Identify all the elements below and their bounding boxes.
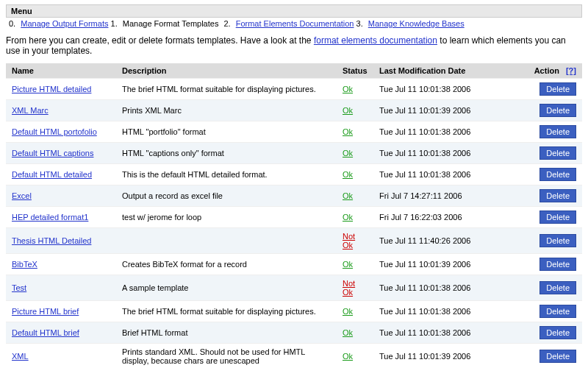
delete-button[interactable]: Delete — [539, 146, 576, 160]
modification-date: Tue Jul 11 11:40:26 2006 — [373, 228, 491, 254]
modification-date: Tue Jul 11 10:01:38 2006 — [373, 275, 491, 301]
status-link[interactable]: Not Ok — [343, 232, 355, 250]
template-name-link[interactable]: Default HTML portofolio — [12, 127, 97, 136]
th-status: Status — [337, 63, 373, 79]
delete-button[interactable]: Delete — [539, 234, 576, 247]
delete-button[interactable]: Delete — [539, 168, 576, 181]
modification-date: Fri Jul 7 14:27:11 2006 — [373, 185, 491, 207]
action-help-link[interactable]: [?] — [566, 66, 576, 75]
modification-date: Tue Jul 11 10:01:38 2006 — [373, 121, 491, 143]
table-row: Picture HTML briefThe brief HTML format … — [6, 301, 582, 322]
delete-button[interactable]: Delete — [539, 210, 576, 224]
modification-date: Tue Jul 11 10:01:38 2006 — [373, 164, 491, 185]
modification-date: Tue Jul 11 10:01:38 2006 — [373, 322, 491, 344]
modification-date: Tue Jul 11 10:01:38 2006 — [373, 79, 491, 100]
status-link[interactable]: Ok — [343, 149, 353, 158]
table-row: HEP detailed format1test w/ jerome for l… — [6, 207, 582, 228]
breadcrumb-item[interactable]: Format Elements Documentation — [236, 19, 354, 28]
status-link[interactable]: Ok — [343, 260, 353, 269]
template-name-link[interactable]: Picture HTML brief — [12, 307, 79, 316]
table-row: ExcelOutput a record as excel fileOkFri … — [6, 185, 582, 207]
templates-tbody: Picture HTML detailedThe brief HTML form… — [6, 79, 582, 369]
template-description: HTML "captions only" format — [116, 143, 337, 164]
delete-button[interactable]: Delete — [539, 258, 576, 271]
status-link[interactable]: Ok — [343, 307, 353, 316]
template-description: Brief HTML format — [116, 322, 337, 344]
menu-title: Menu — [11, 7, 32, 15]
status-link[interactable]: Ok — [343, 213, 353, 222]
template-name-link[interactable]: Test — [12, 283, 26, 292]
template-name-link[interactable]: Thesis HTML Detailed — [12, 236, 91, 245]
modification-date: Tue Jul 11 10:01:39 2006 — [373, 254, 491, 275]
template-description: The brief HTML format suitable for displ… — [116, 301, 337, 322]
table-row: Default HTML captionsHTML "captions only… — [6, 143, 582, 164]
table-row: BibTeXCreates BibTeX format for a record… — [6, 254, 582, 275]
table-row: TestA sample templateNot OkTue Jul 11 10… — [6, 275, 582, 301]
template-name-link[interactable]: HEP detailed format1 — [12, 213, 88, 222]
delete-button[interactable]: Delete — [539, 305, 576, 318]
template-description: HTML "portfolio" format — [116, 121, 337, 143]
template-description: Prints standard XML. Should not be used … — [116, 344, 337, 369]
intro-link[interactable]: format elements documentation — [314, 35, 437, 46]
status-link[interactable]: Ok — [343, 106, 353, 115]
table-row: Default HTML briefBrief HTML formatOkTue… — [6, 322, 582, 344]
template-description: Creates BibTeX format for a record — [116, 254, 337, 275]
delete-button[interactable]: Delete — [539, 104, 576, 117]
intro-text: From here you can create, edit or delete… — [6, 35, 582, 56]
template-description: This is the default HTML detailed format… — [116, 164, 337, 185]
intro-prefix: From here you can create, edit or delete… — [6, 35, 314, 46]
status-link[interactable]: Ok — [343, 352, 353, 361]
template-name-link[interactable]: Default HTML brief — [12, 328, 79, 337]
breadcrumb-item: Manage Format Templates — [123, 19, 219, 28]
breadcrumb-item[interactable]: Manage Knowledge Bases — [368, 19, 465, 28]
template-name-link[interactable]: XML Marc — [12, 106, 49, 115]
th-action: Action [?] — [491, 63, 582, 79]
modification-date: Fri Jul 7 16:22:03 2006 — [373, 207, 491, 228]
table-row: Default HTML detailedThis is the default… — [6, 164, 582, 185]
breadcrumb-item[interactable]: Manage Output Formats — [21, 19, 108, 28]
templates-table: Name Description Status Last Modificatio… — [6, 63, 582, 368]
modification-date: Tue Jul 11 10:01:39 2006 — [373, 100, 491, 121]
template-description — [116, 228, 337, 254]
template-description: A sample template — [116, 275, 337, 301]
breadcrumb: 0. Manage Output Formats 1. Manage Forma… — [9, 19, 582, 28]
delete-button[interactable]: Delete — [539, 326, 576, 339]
status-link[interactable]: Not Ok — [343, 279, 355, 297]
delete-button[interactable]: Delete — [539, 281, 576, 294]
table-row: XMLPrints standard XML. Should not be us… — [6, 344, 582, 369]
template-description: Prints XML Marc — [116, 100, 337, 121]
status-link[interactable]: Ok — [343, 191, 353, 200]
delete-button[interactable]: Delete — [539, 82, 576, 96]
menu-bar: Menu — [6, 4, 582, 18]
modification-date: Tue Jul 11 10:01:39 2006 — [373, 344, 491, 369]
modification-date: Tue Jul 11 10:01:38 2006 — [373, 301, 491, 322]
th-name: Name — [6, 63, 116, 79]
status-link[interactable]: Ok — [343, 328, 353, 337]
table-row: Default HTML portofolioHTML "portfolio" … — [6, 121, 582, 143]
template-description: test w/ jerome for loop — [116, 207, 337, 228]
status-link[interactable]: Ok — [343, 127, 353, 136]
template-description: The brief HTML format suitable for displ… — [116, 79, 337, 100]
table-row: XML MarcPrints XML MarcOkTue Jul 11 10:0… — [6, 100, 582, 121]
template-name-link[interactable]: Excel — [12, 191, 32, 200]
template-name-link[interactable]: XML — [12, 352, 29, 361]
table-row: Thesis HTML DetailedNot OkTue Jul 11 11:… — [6, 228, 582, 254]
status-link[interactable]: Ok — [343, 170, 353, 179]
delete-button[interactable]: Delete — [539, 125, 576, 138]
template-name-link[interactable]: Picture HTML detailed — [12, 85, 91, 93]
template-name-link[interactable]: Default HTML detailed — [12, 170, 92, 179]
th-date: Last Modification Date — [373, 63, 491, 79]
th-description: Description — [116, 63, 337, 79]
template-name-link[interactable]: Default HTML captions — [12, 149, 93, 158]
modification-date: Tue Jul 11 10:01:38 2006 — [373, 143, 491, 164]
status-link[interactable]: Ok — [343, 85, 353, 93]
delete-button[interactable]: Delete — [539, 189, 576, 202]
delete-button[interactable]: Delete — [539, 350, 576, 363]
template-description: Output a record as excel file — [116, 185, 337, 207]
template-name-link[interactable]: BibTeX — [12, 260, 37, 269]
table-row: Picture HTML detailedThe brief HTML form… — [6, 79, 582, 100]
